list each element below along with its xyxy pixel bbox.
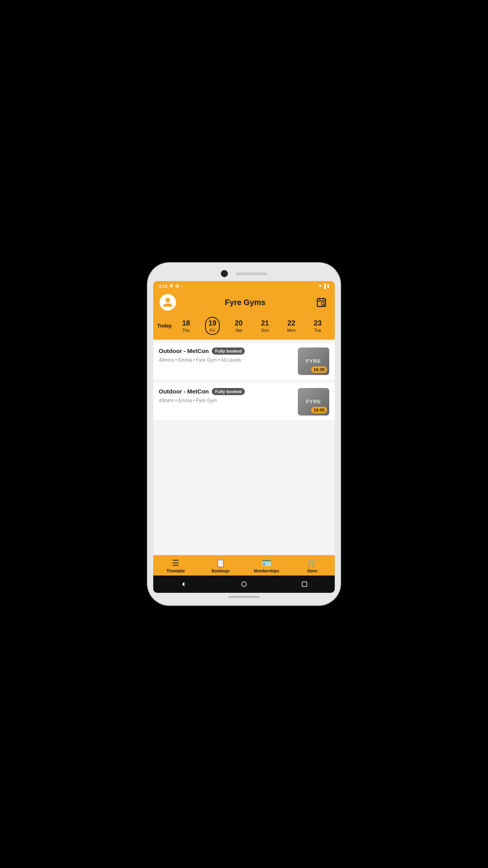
svg-point-7 <box>242 582 246 587</box>
date-day-sat: Sat <box>235 328 242 333</box>
status-bar: 3:15 ⚙ ◎ ▪ ▾ ▐ ▮ <box>153 281 335 291</box>
nav-item-bookings[interactable]: 📋 Bookings <box>209 558 233 573</box>
date-day-thu: Thu <box>182 328 190 333</box>
calendar-search-button[interactable] <box>314 295 328 309</box>
class-title-row-2: Outdoor - MetCon Fully booked <box>159 388 294 395</box>
date-strip: Today 18 Thu 19 Fri 20 Sat 21 Sun <box>153 314 335 340</box>
location-icon: ◎ <box>175 283 179 289</box>
classes-list: Outdoor - MetCon Fully booked 40mins • E… <box>153 340 335 555</box>
today-label: Today <box>157 323 172 329</box>
speaker <box>236 272 267 275</box>
date-items: 18 Thu 19 Fri 20 Sat 21 Sun 22 Mon <box>173 317 331 335</box>
clock: 3:15 <box>159 284 167 289</box>
date-item-sun[interactable]: 21 Sun <box>258 318 272 334</box>
nav-item-timetable[interactable]: ☰ Timetable <box>164 558 187 573</box>
store-icon: 🛒 <box>307 558 317 568</box>
time-badge-1: 16:30 <box>311 366 327 373</box>
date-item-mon[interactable]: 22 Mon <box>284 318 298 334</box>
class-image-1: FYRE 16:30 <box>298 348 329 375</box>
date-day-sun: Sun <box>261 328 269 333</box>
bookings-label: Bookings <box>212 569 230 573</box>
bottom-nav: ☰ Timetable 📋 Bookings 🪪 Memberships 🛒 S… <box>153 555 335 576</box>
time-badge-2: 18:00 <box>311 407 327 413</box>
home-button[interactable] <box>239 579 249 589</box>
signal-icon: ▐ <box>323 284 326 289</box>
recents-button[interactable] <box>300 579 309 589</box>
date-num-21: 21 <box>261 319 269 328</box>
fyre-logo-2: FYRE <box>306 399 321 405</box>
bookings-icon: 📋 <box>216 558 226 568</box>
date-num-19: 19 <box>208 319 216 328</box>
status-left: 3:15 ⚙ ◎ ▪ <box>159 283 183 289</box>
phone-screen: 3:15 ⚙ ◎ ▪ ▾ ▐ ▮ Fyre Gyms <box>153 281 335 593</box>
phone-device: 3:15 ⚙ ◎ ▪ ▾ ▐ ▮ Fyre Gyms <box>148 263 340 605</box>
fyre-logo-1: FYRE <box>306 358 321 364</box>
date-num-20: 20 <box>235 319 242 328</box>
timetable-icon: ☰ <box>172 558 179 568</box>
wifi-icon: ▾ <box>319 283 321 289</box>
app-title: Fyre Gyms <box>176 298 314 307</box>
memberships-icon: 🪪 <box>262 558 272 568</box>
avatar[interactable] <box>160 294 176 311</box>
class-name-2: Outdoor - MetCon <box>159 388 209 395</box>
date-item-fri[interactable]: 19 Fri <box>205 317 219 335</box>
class-image-2: FYRE 18:00 <box>298 388 329 416</box>
date-num-22: 22 <box>287 319 295 328</box>
fully-booked-badge-1: Fully booked <box>212 348 245 355</box>
class-card-1[interactable]: Outdoor - MetCon Fully booked 40mins • E… <box>153 343 335 380</box>
class-info-2: Outdoor - MetCon Fully booked 40mins • E… <box>159 388 298 416</box>
app-header: Fyre Gyms <box>153 291 335 314</box>
store-label: Store <box>307 569 317 573</box>
android-nav-bar <box>153 576 335 593</box>
class-name-1: Outdoor - MetCon <box>159 348 209 354</box>
gear-icon: ⚙ <box>169 283 173 289</box>
timetable-label: Timetable <box>167 569 185 573</box>
date-day-tue: Tue <box>314 328 321 333</box>
status-right: ▾ ▐ ▮ <box>319 283 329 289</box>
back-button[interactable] <box>179 579 188 589</box>
class-meta-1: 40mins • Emma • Fyre Gym • All Levels <box>159 357 294 364</box>
phone-bottom-bar <box>228 596 260 598</box>
nav-item-memberships[interactable]: 🪪 Memberships <box>254 558 279 573</box>
svg-line-5 <box>324 305 325 306</box>
svg-marker-6 <box>182 582 184 587</box>
class-title-row-1: Outdoor - MetCon Fully booked <box>159 348 294 355</box>
memberships-label: Memberships <box>254 569 279 573</box>
svg-point-4 <box>321 302 324 305</box>
phone-top-bar <box>153 270 335 277</box>
svg-rect-8 <box>302 582 307 587</box>
date-num-23: 23 <box>314 319 321 328</box>
fully-booked-badge-2: Fully booked <box>212 388 245 395</box>
class-info-1: Outdoor - MetCon Fully booked 40mins • E… <box>159 348 298 375</box>
class-card-2[interactable]: Outdoor - MetCon Fully booked 40mins • E… <box>153 383 335 421</box>
nav-item-store[interactable]: 🛒 Store <box>301 558 324 573</box>
date-item-tue[interactable]: 23 Tue <box>310 318 325 334</box>
date-item-sat[interactable]: 20 Sat <box>231 318 246 334</box>
date-num-18: 18 <box>182 319 190 328</box>
date-day-mon: Mon <box>287 328 295 333</box>
date-item-thu[interactable]: 18 Thu <box>179 318 193 334</box>
class-meta-2: 40mins • Emma • Fyre Gym <box>159 397 294 404</box>
camera <box>221 270 228 277</box>
battery-icon: ▪ <box>181 284 183 289</box>
date-day-fri: Fri <box>210 328 215 333</box>
battery-status-icon: ▮ <box>327 283 329 289</box>
